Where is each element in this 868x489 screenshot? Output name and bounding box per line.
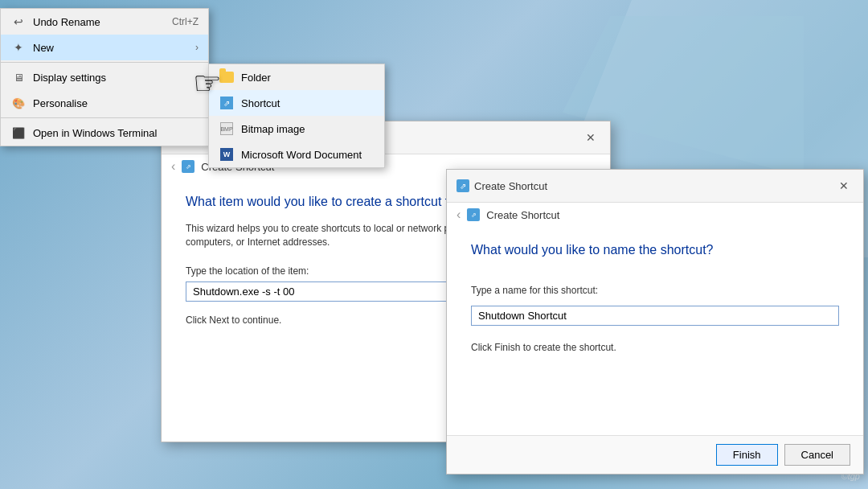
dialog-front-title-icon: ⇗ — [457, 179, 469, 192]
dialog-front-content: What would you like to name the shortcut… — [447, 227, 863, 369]
dialog-front-click-finish: Click Finish to create the shortcut. — [471, 342, 839, 353]
terminal-icon: ⬛ — [10, 125, 27, 141]
new-label: New — [33, 42, 195, 54]
word-label: Microsoft Word Document — [241, 149, 362, 161]
dialog-create-shortcut-front: ⇗ Create Shortcut ✕ ‹ ⇗ Create Shortcut … — [446, 169, 864, 475]
dialog-front-footer: Finish Cancel — [447, 435, 863, 474]
dialog-front-nav-title: Create Shortcut — [486, 209, 559, 221]
personalise-icon: 🎨 — [10, 95, 27, 111]
personalise-label: Personalise — [33, 97, 199, 109]
dialog-front-close-button[interactable]: ✕ — [834, 176, 854, 195]
word-icon: W — [219, 146, 235, 162]
bitmap-label: Bitmap image — [241, 123, 305, 135]
dialog-front-nav: ‹ ⇗ Create Shortcut — [447, 203, 863, 227]
dialog-front-nav-back-icon[interactable]: ‹ — [457, 208, 461, 222]
folder-icon — [219, 69, 235, 85]
separator-2 — [1, 117, 208, 118]
bitmap-icon: BMP — [219, 121, 235, 137]
dialog-front-name-input[interactable] — [471, 306, 839, 326]
finish-button[interactable]: Finish — [716, 444, 778, 466]
submenu-item-folder[interactable]: Folder — [209, 64, 384, 90]
submenu: Folder ⇗ Shortcut BMP Bitmap image W Mic… — [208, 64, 385, 168]
submenu-item-shortcut[interactable]: ⇗ Shortcut — [209, 90, 384, 116]
folder-label: Folder — [241, 72, 271, 84]
dialog-front-name-label: Type a name for this shortcut: — [471, 285, 839, 296]
new-icon: ✦ — [10, 39, 27, 55]
undo-rename-label: Undo Rename — [33, 16, 164, 28]
dialog-front-titlebar: ⇗ Create Shortcut ✕ — [447, 170, 863, 203]
dialog-front-nav-icon: ⇗ — [467, 208, 480, 221]
context-menu: ↩ Undo Rename Ctrl+Z ✦ New › Folder ⇗ Sh… — [0, 8, 209, 146]
dialog-front-heading: What would you like to name the shortcut… — [471, 243, 839, 257]
undo-icon: ↩ — [10, 14, 27, 30]
display-icon: 🖥 — [10, 69, 27, 85]
dialog-front-title: Create Shortcut — [474, 180, 547, 192]
submenu-item-word[interactable]: W Microsoft Word Document — [209, 142, 384, 167]
context-menu-item-display[interactable]: 🖥 Display settings — [1, 64, 208, 90]
shortcut-label: Shortcut — [241, 97, 280, 109]
dialog-back-close-button[interactable]: ✕ — [581, 128, 600, 147]
dialog-back-nav-icon: ⇗ — [182, 160, 194, 173]
terminal-label: Open in Windows Terminal — [33, 127, 199, 139]
context-menu-item-personalise[interactable]: 🎨 Personalise — [1, 90, 208, 116]
submenu-item-bitmap[interactable]: BMP Bitmap image — [209, 116, 384, 142]
shortcut-icon: ⇗ — [219, 95, 235, 111]
new-arrow-icon: › — [195, 42, 199, 53]
context-menu-item-undo-rename[interactable]: ↩ Undo Rename Ctrl+Z — [1, 9, 208, 35]
dialog-back-nav-back-icon[interactable]: ‹ — [171, 159, 175, 174]
cancel-button[interactable]: Cancel — [784, 444, 850, 466]
undo-rename-shortcut: Ctrl+Z — [172, 16, 199, 27]
separator-1 — [1, 62, 208, 63]
context-menu-item-terminal[interactable]: ⬛ Open in Windows Terminal — [1, 120, 208, 146]
context-menu-item-new[interactable]: ✦ New › Folder ⇗ Shortcut BMP Bi — [1, 35, 208, 60]
display-label: Display settings — [33, 72, 199, 84]
